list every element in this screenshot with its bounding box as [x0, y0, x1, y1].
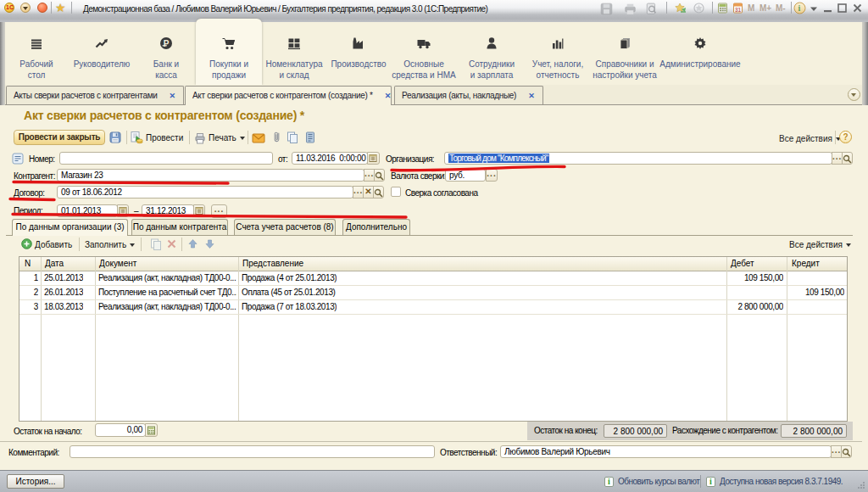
- svg-text:i: i: [798, 3, 801, 13]
- svg-text:Р: Р: [164, 39, 170, 48]
- svg-text:31: 31: [735, 7, 742, 13]
